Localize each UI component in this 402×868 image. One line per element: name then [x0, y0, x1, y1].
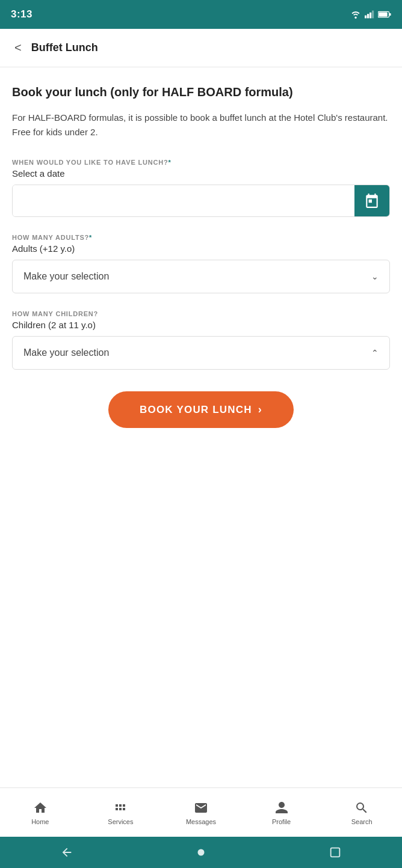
status-icons [350, 10, 391, 19]
svg-rect-2 [370, 13, 371, 19]
page-description: For HALF-BOARD formulas, it is possible … [12, 111, 390, 139]
children-dropdown-text: Make your selection [23, 347, 109, 358]
adults-dropdown-text: Make your selection [23, 271, 109, 282]
main-content: Book your lunch (only for HALF BOARD for… [0, 67, 402, 787]
adults-required-marker: * [89, 234, 92, 241]
nav-label-messages: Messages [186, 818, 216, 825]
children-chevron-up-icon: ⌃ [371, 348, 379, 358]
date-field-sublabel: Select a date [12, 168, 390, 179]
children-form-section: HOW MANY CHILDREN? Children (2 at 11 y.o… [12, 310, 390, 370]
nav-label-home: Home [31, 818, 49, 825]
children-field-label: HOW MANY CHILDREN? [12, 310, 390, 317]
page-title: Book your lunch (only for HALF BOARD for… [12, 84, 390, 100]
android-back-button[interactable] [48, 840, 85, 865]
adults-dropdown[interactable]: Make your selection ⌄ [12, 260, 390, 293]
adults-field-label: HOW MANY ADULTS?* [12, 234, 390, 241]
svg-rect-3 [372, 11, 374, 19]
children-dropdown[interactable]: Make your selection ⌃ [12, 336, 390, 370]
svg-rect-5 [379, 13, 387, 17]
svg-rect-0 [365, 16, 366, 19]
bottom-nav: Home Services Messages Profile Search [0, 787, 402, 837]
nav-item-home[interactable]: Home [0, 800, 81, 825]
svg-rect-1 [367, 14, 369, 18]
date-form-section: WHEN WOULD YOU LIKE TO HAVE LUNCH?* Sele… [12, 159, 390, 217]
android-home-button[interactable] [182, 840, 220, 865]
android-back-icon [60, 846, 73, 859]
book-button-wrapper: BOOK YOUR LUNCH › [12, 391, 390, 428]
nav-label-search: Search [351, 818, 373, 825]
android-home-icon [194, 846, 208, 859]
messages-icon [193, 800, 209, 816]
book-your-lunch-button[interactable]: BOOK YOUR LUNCH › [108, 391, 294, 428]
android-nav-bar [0, 837, 402, 868]
calendar-button[interactable] [354, 185, 389, 216]
svg-point-7 [197, 849, 204, 856]
children-field-sublabel: Children (2 at 11 y.o) [12, 320, 390, 330]
signal-icon [365, 10, 374, 19]
page-header: < Buffet Lunch [0, 29, 402, 67]
search-icon [354, 800, 370, 816]
nav-item-services[interactable]: Services [81, 800, 161, 825]
profile-icon [274, 800, 289, 816]
nav-label-services: Services [108, 818, 133, 825]
book-button-arrow-icon: › [258, 403, 262, 416]
battery-icon [378, 11, 391, 18]
date-field-label: WHEN WOULD YOU LIKE TO HAVE LUNCH?* [12, 159, 390, 166]
nav-item-messages[interactable]: Messages [161, 800, 241, 825]
services-icon [113, 800, 128, 816]
svg-rect-8 [330, 848, 339, 857]
calendar-icon [364, 193, 380, 209]
nav-label-profile: Profile [272, 818, 291, 825]
svg-rect-6 [389, 13, 391, 16]
adults-field-sublabel: Adults (+12 y.o) [12, 243, 390, 254]
adults-form-section: HOW MANY ADULTS?* Adults (+12 y.o) Make … [12, 234, 390, 293]
status-bar: 3:13 [0, 0, 402, 29]
date-input[interactable] [13, 185, 354, 216]
date-input-wrapper [12, 185, 390, 217]
android-recent-icon [329, 846, 342, 859]
date-required-marker: * [168, 159, 171, 166]
adults-chevron-down-icon: ⌄ [371, 272, 379, 281]
nav-item-profile[interactable]: Profile [241, 800, 322, 825]
android-recent-button[interactable] [317, 840, 354, 865]
nav-item-search[interactable]: Search [321, 800, 402, 825]
home-icon [32, 800, 48, 816]
page-header-title: Buffet Lunch [31, 41, 98, 54]
back-button[interactable]: < [10, 36, 26, 60]
wifi-icon [350, 10, 361, 19]
status-time: 3:13 [11, 8, 32, 20]
